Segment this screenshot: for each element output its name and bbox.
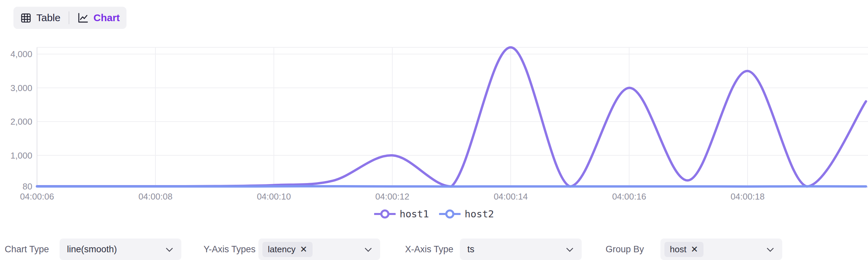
x-axis-label: 04:00:18 — [731, 191, 764, 201]
selected-tag: host ✕ — [664, 242, 704, 257]
group-by-select[interactable]: host ✕ — [660, 238, 782, 260]
selected-tag-label: host — [670, 244, 686, 255]
chart-plot[interactable]: 801,0002,0003,0004,00004:00:0604:00:0804… — [0, 27, 868, 208]
selected-tag: latency ✕ — [262, 242, 313, 257]
legend-marker-icon — [439, 209, 461, 219]
x-axis-type-select[interactable]: ts — [460, 238, 582, 260]
group-by-label: Group By — [606, 244, 660, 255]
view-toggle: Table Chart — [13, 7, 126, 29]
x-axis-type-value: ts — [467, 244, 474, 255]
x-axis-type-label: X-Axis Type — [405, 244, 460, 255]
legend-item-host2[interactable]: host2 — [439, 208, 494, 220]
y-axis-label: 2,000 — [10, 117, 32, 127]
chart-type-select[interactable]: line(smooth) — [60, 238, 181, 260]
chart-type-value: line(smooth) — [67, 244, 117, 255]
toggle-divider — [69, 11, 69, 24]
x-axis-label: 04:00:12 — [375, 191, 409, 201]
y-axis-label: 80 — [23, 181, 32, 191]
remove-tag-icon[interactable]: ✕ — [691, 245, 698, 254]
x-axis-label: 04:00:08 — [138, 191, 172, 201]
legend-item-label: host2 — [465, 208, 494, 220]
group-by-control: Group By host ✕ — [606, 238, 782, 260]
x-axis-type-control: X-Axis Type ts — [405, 238, 582, 260]
series-line-host2 — [37, 186, 866, 187]
y-axis-types-label: Y-Axis Types — [204, 244, 258, 255]
y-axis-label: 1,000 — [10, 150, 32, 160]
y-axis-types-select[interactable]: latency ✕ — [258, 238, 380, 260]
remove-tag-icon[interactable]: ✕ — [300, 245, 307, 254]
x-axis-label: 04:00:06 — [20, 191, 54, 201]
y-axis-types-control: Y-Axis Types latency ✕ — [204, 238, 380, 260]
chart-legend: host1host2 — [0, 208, 868, 220]
chevron-down-icon — [365, 245, 372, 252]
chevron-down-icon — [166, 245, 173, 252]
chart-view-button[interactable]: Chart — [78, 12, 120, 24]
legend-item-label: host1 — [400, 208, 429, 220]
line-chart-icon — [78, 12, 89, 24]
y-axis-label: 4,000 — [10, 49, 32, 59]
table-view-label: Table — [36, 12, 61, 24]
x-axis-label: 04:00:16 — [612, 191, 646, 201]
chart-type-control: Chart Type line(smooth) — [5, 238, 181, 260]
chart-view-label: Chart — [94, 12, 120, 24]
table-icon — [20, 12, 32, 24]
table-view-button[interactable]: Table — [20, 12, 61, 24]
legend-item-host1[interactable]: host1 — [374, 208, 429, 220]
chart-type-label: Chart Type — [5, 244, 60, 255]
series-line-host1 — [37, 47, 866, 186]
legend-marker-icon — [374, 209, 396, 219]
x-axis-label: 04:00:14 — [494, 191, 528, 201]
chevron-down-icon — [566, 245, 573, 252]
chevron-down-icon — [767, 245, 774, 252]
selected-tag-label: latency — [268, 244, 296, 255]
y-axis-label: 3,000 — [10, 83, 32, 93]
x-axis-label: 04:00:10 — [257, 191, 291, 201]
